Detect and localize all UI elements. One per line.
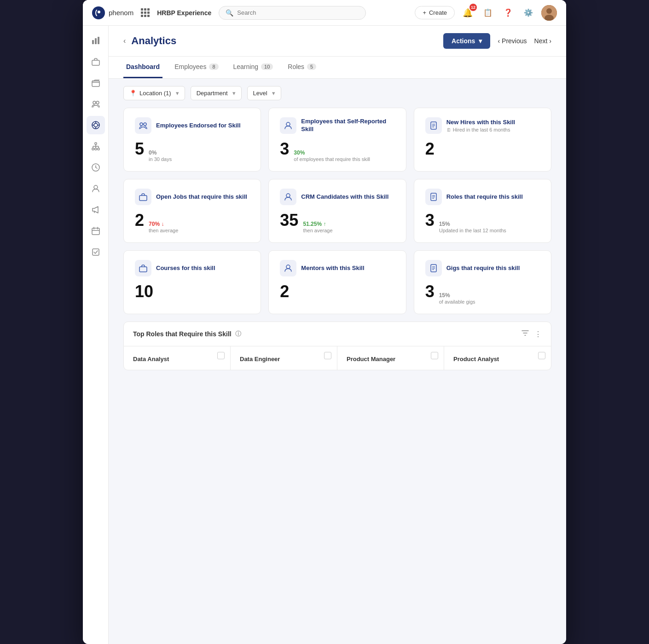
more-options-icon[interactable]: ⋮ [534,330,542,339]
location-filter[interactable]: 📍 Location (1) ▾ [123,86,185,100]
role-item[interactable]: Data Engineer [231,346,337,370]
department-filter[interactable]: Department ▾ [191,86,242,100]
svg-rect-34 [93,249,99,255]
roles-card-title: Top Roles that Require this Skill ⓘ [133,330,241,338]
previous-button[interactable]: ‹ Previous [498,37,527,45]
metric-value-row: 3 30% of employees that require this ski… [280,139,394,162]
next-button[interactable]: Next › [534,37,551,45]
role-checkbox[interactable] [217,352,225,359]
tab-learning-badge: 10 [261,63,273,70]
svg-rect-18 [92,148,94,150]
sidebar-item-clock[interactable] [87,158,105,177]
next-chevron-icon: › [549,37,551,45]
main-content: ‹ Analytics Actions ▾ ‹ Previous N [109,26,566,644]
metric-change-sub: of employees that require this skill [294,156,370,162]
metric-title: Gigs that require this skill [446,264,520,272]
role-checkbox[interactable] [538,352,545,359]
svg-point-43 [286,194,290,197]
sidebar-item-checklist[interactable] [87,243,105,261]
metric-value: 2 [425,139,435,159]
svg-rect-20 [98,148,99,150]
metric-card-mentors: Mentors with this Skill 2 [268,250,406,314]
metric-value-row: 10 [135,282,249,301]
metric-icon [135,189,151,205]
role-name: Product Analyst [453,356,542,362]
back-button[interactable]: ‹ [123,37,126,45]
tab-roles[interactable]: Roles 5 [285,57,319,78]
level-filter[interactable]: Level ▾ [247,86,281,100]
user-avatar[interactable] [541,5,557,21]
info-icon: ⓘ [235,330,241,338]
create-plus-icon: + [423,9,426,16]
role-item[interactable]: Product Manager [337,346,444,370]
tab-dashboard[interactable]: Dashboard [123,57,162,78]
metric-value: 2 [135,211,144,230]
metric-header: Open Jobs that require this skill [135,189,249,205]
metric-change-sub: then average [303,228,332,233]
tab-employees[interactable]: Employees 8 [172,57,221,78]
calendar-small-icon: 🗓 [446,127,451,132]
roles-card-header: Top Roles that Require this Skill ⓘ ⋮ [124,322,551,346]
metric-change-sub: then average [149,228,178,233]
filter-chevron-icon: ▾ [176,90,179,97]
metric-value: 10 [135,282,153,301]
metric-card-open-jobs: Open Jobs that require this skill 2 70% … [123,179,261,243]
sidebar-item-briefcase[interactable] [87,52,105,71]
sidebar-item-megaphone[interactable] [87,201,105,219]
metric-change: 30% [294,150,305,156]
svg-point-12 [94,123,98,127]
logo-text: phenom [109,9,133,17]
metric-title: Open Jobs that require this skill [156,193,247,201]
tab-learning[interactable]: Learning 10 [231,57,276,78]
sidebar-item-folder[interactable] [87,74,105,92]
svg-point-0 [98,11,100,13]
metric-icon [280,117,296,134]
chevron-down-icon: ▾ [479,37,482,45]
role-item[interactable]: Product Analyst [444,346,551,370]
metric-value-row: 2 [280,282,394,301]
metric-title: Employees that Self-Reported Skill [301,118,394,133]
nav-right: + Create 🔔 12 📋 ❓ ⚙️ [415,5,557,21]
svg-rect-42 [139,196,147,201]
sidebar-item-org[interactable] [87,137,105,155]
create-button[interactable]: + Create [415,6,455,19]
metric-card-employees-endorsed: Employees Endorsed for Skill 5 0% in 30 … [123,108,261,172]
page-header: ‹ Analytics Actions ▾ ‹ Previous N [109,26,566,57]
metric-title: Mentors with this Skill [301,264,364,272]
search-bar[interactable]: 🔍 [219,6,366,20]
metric-title: Courses for this skill [156,264,215,272]
prev-chevron-icon: ‹ [498,37,500,45]
notifications-button[interactable]: 🔔 12 [460,6,475,20]
metric-value: 3 [280,139,289,159]
settings-icon-btn[interactable]: ⚙️ [521,6,536,20]
grid-menu-icon[interactable] [141,8,150,17]
sidebar-item-person[interactable] [87,179,105,198]
role-checkbox[interactable] [431,352,438,359]
filter-icon[interactable] [522,329,529,339]
metric-change-sub: in 30 days [149,156,172,162]
svg-point-35 [140,123,143,126]
sidebar-item-chart[interactable] [87,31,105,50]
metric-icon [135,117,151,134]
search-input[interactable] [237,9,359,16]
role-checkbox[interactable] [324,352,331,359]
role-name: Product Manager [347,356,435,362]
dept-chevron-icon: ▾ [232,90,236,97]
metric-value-row: 2 70% ↓ then average [135,211,249,233]
svg-point-10 [96,101,99,104]
roles-grid: Data Analyst Data Engineer Product Manag… [124,346,551,370]
role-item[interactable]: Data Analyst [124,346,231,370]
sidebar-item-people[interactable] [87,95,105,113]
sidebar-item-calendar[interactable] [87,222,105,240]
metric-change-sub: of available gigs [439,299,475,305]
clipboard-icon-btn[interactable]: 📋 [481,6,495,20]
actions-button[interactable]: Actions ▾ [443,33,490,49]
metric-icon [425,189,442,205]
metric-title: New Hires with this Skill [446,119,516,126]
sidebar-item-skills[interactable] [87,116,105,134]
metric-title: Employees Endorsed for Skill [156,122,241,130]
svg-rect-8 [92,81,99,86]
metric-card-gigs: Gigs that require this skill 3 15% of av… [414,250,551,314]
metric-change: 15% [439,292,450,299]
help-icon-btn[interactable]: ❓ [501,6,516,20]
